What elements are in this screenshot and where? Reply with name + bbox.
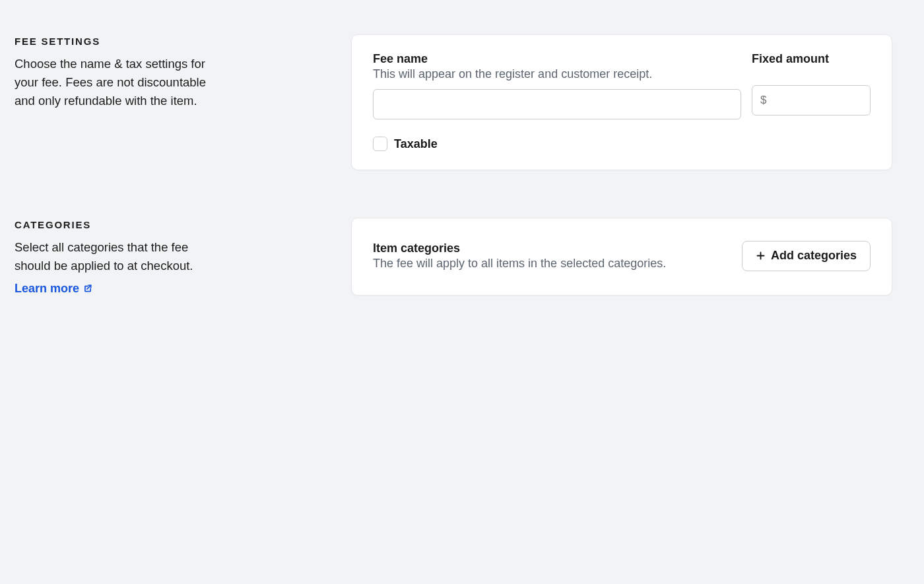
section-categories-left: CATEGORIES Select all categories that th…: [15, 218, 351, 296]
fixed-amount-spacer: [752, 67, 871, 85]
learn-more-link[interactable]: Learn more: [15, 282, 92, 296]
external-link-icon: [83, 284, 92, 293]
fee-name-helper: This will appear on the register and cus…: [373, 67, 741, 81]
section-title-fee-settings: FEE SETTINGS: [15, 36, 325, 47]
fee-name-input[interactable]: [373, 89, 741, 119]
section-fee-settings-left: FEE SETTINGS Choose the name & tax setti…: [15, 34, 351, 170]
section-title-categories: CATEGORIES: [15, 219, 325, 230]
section-description-categories: Select all categories that the fee shoul…: [15, 238, 213, 275]
fee-settings-form-row: Fee name This will appear on the registe…: [373, 52, 871, 119]
item-categories-helper: The fee will apply to all items in the s…: [373, 257, 742, 271]
fee-name-field-group: Fee name This will appear on the registe…: [373, 52, 741, 119]
categories-card: Item categories The fee will apply to al…: [351, 218, 892, 296]
taxable-label: Taxable: [394, 137, 438, 151]
add-categories-button[interactable]: Add categories: [742, 241, 871, 271]
add-categories-label: Add categories: [771, 249, 857, 263]
fixed-amount-input-wrap: [752, 85, 871, 115]
item-categories-text: Item categories The fee will apply to al…: [373, 242, 742, 271]
learn-more-label: Learn more: [15, 282, 79, 296]
fixed-amount-label: Fixed amount: [752, 52, 871, 66]
taxable-checkbox[interactable]: [373, 137, 387, 151]
section-fee-settings: FEE SETTINGS Choose the name & tax setti…: [15, 34, 892, 170]
section-categories: CATEGORIES Select all categories that th…: [15, 218, 892, 296]
section-description-fee-settings: Choose the name & tax settings for your …: [15, 55, 213, 110]
taxable-row: Taxable: [373, 137, 871, 151]
plus-icon: [756, 251, 766, 261]
item-categories-label: Item categories: [373, 242, 742, 255]
fee-settings-card: Fee name This will appear on the registe…: [351, 34, 892, 170]
fixed-amount-field-group: Fixed amount: [752, 52, 871, 115]
fee-name-label: Fee name: [373, 52, 741, 66]
fixed-amount-input[interactable]: [752, 85, 871, 115]
